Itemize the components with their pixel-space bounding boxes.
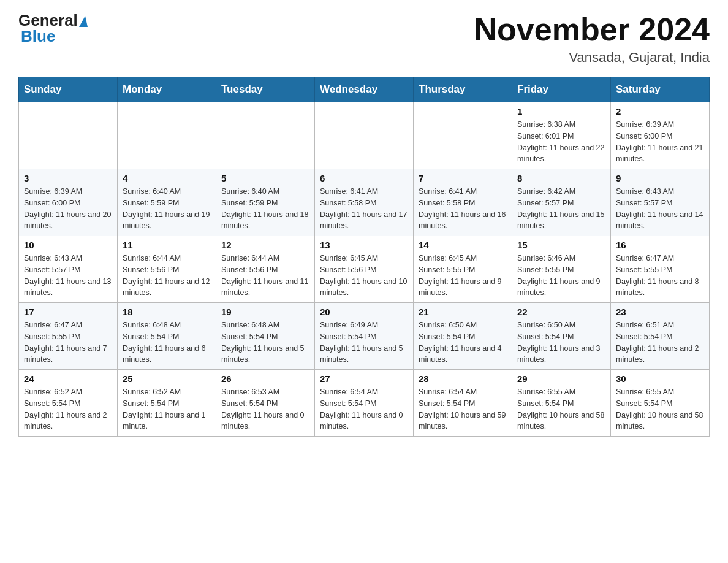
calendar-cell: 24Sunrise: 6:52 AMSunset: 5:54 PMDayligh…	[19, 370, 118, 437]
header: General Blue November 2024 Vansada, Guja…	[18, 12, 710, 66]
logo-row1: General	[18, 12, 88, 28]
day-number: 9	[616, 173, 704, 183]
weekday-header-row: SundayMondayTuesdayWednesdayThursdayFrid…	[19, 77, 710, 102]
day-info: Sunrise: 6:53 AMSunset: 5:54 PMDaylight:…	[221, 386, 309, 432]
title-area: November 2024 Vansada, Gujarat, India	[474, 12, 710, 66]
weekday-header-thursday: Thursday	[414, 77, 512, 102]
day-number: 29	[517, 373, 605, 384]
calendar-subtitle: Vansada, Gujarat, India	[474, 50, 710, 66]
day-number: 13	[320, 240, 408, 250]
day-number: 22	[517, 307, 605, 317]
day-number: 3	[24, 173, 112, 183]
calendar-cell: 26Sunrise: 6:53 AMSunset: 5:54 PMDayligh…	[216, 370, 315, 437]
day-info: Sunrise: 6:48 AMSunset: 5:54 PMDaylight:…	[123, 320, 211, 366]
calendar-cell: 14Sunrise: 6:45 AMSunset: 5:55 PMDayligh…	[414, 236, 512, 303]
calendar-cell: 13Sunrise: 6:45 AMSunset: 5:56 PMDayligh…	[315, 236, 414, 303]
day-number: 2	[616, 106, 704, 117]
day-info: Sunrise: 6:41 AMSunset: 5:58 PMDaylight:…	[320, 186, 408, 232]
weekday-header-sunday: Sunday	[19, 77, 118, 102]
day-info: Sunrise: 6:55 AMSunset: 5:54 PMDaylight:…	[616, 386, 704, 432]
day-number: 18	[123, 307, 211, 317]
day-number: 5	[221, 173, 309, 183]
calendar-cell: 23Sunrise: 6:51 AMSunset: 5:54 PMDayligh…	[611, 303, 710, 370]
calendar-cell: 27Sunrise: 6:54 AMSunset: 5:54 PMDayligh…	[315, 370, 414, 437]
calendar-cell	[118, 102, 216, 169]
day-number: 23	[616, 307, 704, 317]
day-info: Sunrise: 6:54 AMSunset: 5:54 PMDaylight:…	[419, 386, 507, 432]
calendar-cell: 5Sunrise: 6:40 AMSunset: 5:59 PMDaylight…	[216, 169, 315, 236]
day-info: Sunrise: 6:39 AMSunset: 6:00 PMDaylight:…	[616, 119, 704, 165]
day-info: Sunrise: 6:40 AMSunset: 5:59 PMDaylight:…	[123, 186, 211, 232]
calendar-week-row: 17Sunrise: 6:47 AMSunset: 5:55 PMDayligh…	[19, 303, 710, 370]
calendar-week-row: 10Sunrise: 6:43 AMSunset: 5:57 PMDayligh…	[19, 236, 710, 303]
day-info: Sunrise: 6:43 AMSunset: 5:57 PMDaylight:…	[616, 186, 704, 232]
calendar-cell: 20Sunrise: 6:49 AMSunset: 5:54 PMDayligh…	[315, 303, 414, 370]
calendar-cell: 10Sunrise: 6:43 AMSunset: 5:57 PMDayligh…	[19, 236, 118, 303]
day-info: Sunrise: 6:42 AMSunset: 5:57 PMDaylight:…	[517, 186, 605, 232]
calendar-cell	[414, 102, 512, 169]
calendar-title: November 2024	[474, 12, 710, 47]
day-number: 10	[24, 240, 112, 250]
calendar-cell: 3Sunrise: 6:39 AMSunset: 6:00 PMDaylight…	[19, 169, 118, 236]
day-info: Sunrise: 6:43 AMSunset: 5:57 PMDaylight:…	[24, 253, 112, 299]
calendar-week-row: 1Sunrise: 6:38 AMSunset: 6:01 PMDaylight…	[19, 102, 710, 169]
day-info: Sunrise: 6:45 AMSunset: 5:56 PMDaylight:…	[320, 253, 408, 299]
day-info: Sunrise: 6:47 AMSunset: 5:55 PMDaylight:…	[24, 320, 112, 366]
weekday-header-wednesday: Wednesday	[315, 77, 414, 102]
day-info: Sunrise: 6:50 AMSunset: 5:54 PMDaylight:…	[419, 320, 507, 366]
day-info: Sunrise: 6:38 AMSunset: 6:01 PMDaylight:…	[517, 119, 605, 165]
calendar-cell: 7Sunrise: 6:41 AMSunset: 5:58 PMDaylight…	[414, 169, 512, 236]
calendar-cell: 8Sunrise: 6:42 AMSunset: 5:57 PMDaylight…	[512, 169, 611, 236]
calendar-cell: 19Sunrise: 6:48 AMSunset: 5:54 PMDayligh…	[216, 303, 315, 370]
weekday-header-monday: Monday	[118, 77, 216, 102]
calendar-week-row: 3Sunrise: 6:39 AMSunset: 6:00 PMDaylight…	[19, 169, 710, 236]
day-number: 4	[123, 173, 211, 183]
calendar-cell: 9Sunrise: 6:43 AMSunset: 5:57 PMDaylight…	[611, 169, 710, 236]
day-number: 28	[419, 373, 507, 384]
logo: General Blue	[18, 12, 88, 44]
day-number: 27	[320, 373, 408, 384]
day-info: Sunrise: 6:52 AMSunset: 5:54 PMDaylight:…	[123, 386, 211, 432]
day-number: 26	[221, 373, 309, 384]
day-number: 16	[616, 240, 704, 250]
calendar-table: SundayMondayTuesdayWednesdayThursdayFrid…	[18, 77, 710, 437]
day-info: Sunrise: 6:55 AMSunset: 5:54 PMDaylight:…	[517, 386, 605, 432]
day-info: Sunrise: 6:52 AMSunset: 5:54 PMDaylight:…	[24, 386, 112, 432]
calendar-cell: 18Sunrise: 6:48 AMSunset: 5:54 PMDayligh…	[118, 303, 216, 370]
day-info: Sunrise: 6:54 AMSunset: 5:54 PMDaylight:…	[320, 386, 408, 432]
day-info: Sunrise: 6:51 AMSunset: 5:54 PMDaylight:…	[616, 320, 704, 366]
calendar-cell: 22Sunrise: 6:50 AMSunset: 5:54 PMDayligh…	[512, 303, 611, 370]
calendar-cell: 1Sunrise: 6:38 AMSunset: 6:01 PMDaylight…	[512, 102, 611, 169]
weekday-header-friday: Friday	[512, 77, 611, 102]
calendar-cell: 12Sunrise: 6:44 AMSunset: 5:56 PMDayligh…	[216, 236, 315, 303]
day-info: Sunrise: 6:44 AMSunset: 5:56 PMDaylight:…	[221, 253, 309, 299]
day-number: 17	[24, 307, 112, 317]
logo-row2: Blue	[21, 28, 88, 44]
day-info: Sunrise: 6:48 AMSunset: 5:54 PMDaylight:…	[221, 320, 309, 366]
day-info: Sunrise: 6:40 AMSunset: 5:59 PMDaylight:…	[221, 186, 309, 232]
calendar-cell: 6Sunrise: 6:41 AMSunset: 5:58 PMDaylight…	[315, 169, 414, 236]
day-info: Sunrise: 6:44 AMSunset: 5:56 PMDaylight:…	[123, 253, 211, 299]
day-number: 19	[221, 307, 309, 317]
calendar-cell	[315, 102, 414, 169]
day-info: Sunrise: 6:39 AMSunset: 6:00 PMDaylight:…	[24, 186, 112, 232]
calendar-cell: 30Sunrise: 6:55 AMSunset: 5:54 PMDayligh…	[611, 370, 710, 437]
day-number: 11	[123, 240, 211, 250]
logo-wrapper: General Blue	[18, 12, 88, 44]
day-number: 1	[517, 106, 605, 117]
day-number: 7	[419, 173, 507, 183]
day-number: 20	[320, 307, 408, 317]
day-number: 25	[123, 373, 211, 384]
calendar-cell: 29Sunrise: 6:55 AMSunset: 5:54 PMDayligh…	[512, 370, 611, 437]
day-number: 21	[419, 307, 507, 317]
calendar-cell: 2Sunrise: 6:39 AMSunset: 6:00 PMDaylight…	[611, 102, 710, 169]
calendar-cell: 15Sunrise: 6:46 AMSunset: 5:55 PMDayligh…	[512, 236, 611, 303]
calendar-week-row: 24Sunrise: 6:52 AMSunset: 5:54 PMDayligh…	[19, 370, 710, 437]
calendar-cell: 4Sunrise: 6:40 AMSunset: 5:59 PMDaylight…	[118, 169, 216, 236]
calendar-cell: 25Sunrise: 6:52 AMSunset: 5:54 PMDayligh…	[118, 370, 216, 437]
calendar-cell	[216, 102, 315, 169]
calendar-cell	[19, 102, 118, 169]
calendar-cell: 16Sunrise: 6:47 AMSunset: 5:55 PMDayligh…	[611, 236, 710, 303]
calendar-cell: 21Sunrise: 6:50 AMSunset: 5:54 PMDayligh…	[414, 303, 512, 370]
weekday-header-tuesday: Tuesday	[216, 77, 315, 102]
